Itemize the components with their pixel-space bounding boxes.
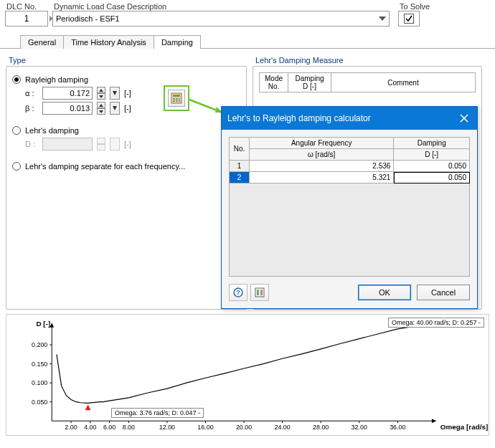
d-spin-up: [97, 138, 105, 144]
beta-input[interactable]: 0.013: [42, 102, 93, 115]
svg-rect-12: [255, 288, 264, 297]
svg-text:0.050: 0.050: [32, 399, 47, 406]
dlc-no-input[interactable]: 1: [5, 11, 48, 27]
dlc-no-label: DLC No.: [5, 2, 48, 11]
col-af: Angular Frequency: [250, 138, 394, 149]
desc-dropdown[interactable]: Periodisch - ESF1: [52, 11, 390, 27]
radio-rayleigh[interactable]: [12, 75, 21, 84]
svg-rect-7: [179, 100, 180, 102]
alpha-label: α :: [25, 89, 38, 97]
svg-text:4.00: 4.00: [84, 424, 96, 431]
beta-spin-down[interactable]: [97, 108, 105, 115]
svg-rect-6: [176, 100, 178, 102]
d-unit: [-]: [124, 140, 131, 148]
beta-label: β :: [25, 104, 38, 113]
lehr-sep-label: Lehr's damping separate for each frequen…: [25, 162, 185, 171]
rayleigh-label: Rayleigh damping: [25, 75, 88, 84]
svg-rect-14: [260, 290, 263, 295]
tab-damping[interactable]: Damping: [154, 35, 201, 49]
table-empty-area: [229, 184, 470, 277]
alpha-unit: [-]: [124, 89, 131, 97]
table-row: 2 5.321 0.050: [230, 172, 470, 184]
type-title: Type: [6, 54, 247, 66]
beta-unit: [-]: [124, 104, 131, 113]
to-solve-label: To Solve: [398, 2, 430, 11]
help-button[interactable]: ?: [229, 284, 248, 301]
svg-text:12.00: 12.00: [159, 424, 175, 431]
chart-annotation-max: Omega: 40.00 rad/s; D: 0.257 -: [388, 318, 484, 328]
d-picker-button: [110, 138, 120, 151]
dialog-title: Lehr's to Rayleigh damping calculator: [227, 113, 371, 123]
beta-picker-button[interactable]: [110, 102, 120, 115]
cancel-button[interactable]: Cancel: [417, 285, 470, 300]
alpha-spin-down[interactable]: [97, 93, 105, 100]
svg-text:24.00: 24.00: [275, 424, 291, 431]
svg-rect-13: [257, 290, 259, 295]
svg-text:6.00: 6.00: [103, 424, 116, 431]
svg-rect-3: [176, 98, 178, 100]
units-icon: [255, 287, 265, 297]
svg-rect-2: [173, 98, 175, 100]
svg-text:0.100: 0.100: [32, 379, 47, 386]
svg-text:20.00: 20.00: [236, 424, 252, 431]
calc-table[interactable]: No. Angular Frequency Damping ω [rad/s] …: [229, 137, 470, 184]
close-icon: [460, 114, 468, 123]
col-no: No.: [230, 138, 250, 161]
lehr-damping-label: Lehr's damping: [25, 126, 79, 135]
chart-annotation-min: Omega: 3.76 rad/s; D: 0.047 -: [111, 408, 204, 418]
alpha-input[interactable]: 0.172: [42, 87, 93, 100]
d-spin-down: [97, 144, 105, 151]
beta-spin-up[interactable]: [97, 102, 105, 108]
svg-text:0.150: 0.150: [32, 361, 47, 368]
svg-text:28.00: 28.00: [313, 424, 329, 431]
svg-text:Omega [rad/s]: Omega [rad/s]: [440, 423, 488, 431]
lehr-title: Lehr's Damping Measure: [253, 54, 482, 66]
tab-tha[interactable]: Time History Analysis: [63, 35, 154, 49]
dialog-close-button[interactable]: [457, 111, 471, 125]
to-solve-checkbox[interactable]: [404, 14, 414, 24]
svg-rect-5: [173, 100, 175, 102]
svg-text:32.00: 32.00: [352, 424, 367, 431]
units-button[interactable]: [250, 284, 269, 301]
svg-text:D [-]: D [-]: [37, 320, 51, 328]
svg-text:8.00: 8.00: [123, 424, 135, 431]
d-input: [42, 138, 93, 151]
tab-general[interactable]: General: [20, 35, 64, 49]
svg-text:2.00: 2.00: [65, 424, 77, 431]
radio-lehr-sep[interactable]: [12, 162, 21, 171]
d-label: D :: [25, 140, 38, 148]
calculator-icon: [171, 92, 182, 104]
table-row: 1 2.536 0.050: [230, 161, 470, 172]
help-icon: ?: [233, 287, 243, 297]
svg-rect-1: [173, 95, 180, 97]
svg-text:?: ?: [236, 289, 240, 296]
rayleigh-calculator-button[interactable]: [168, 90, 185, 107]
rayleigh-calc-dialog: Lehr's to Rayleigh damping calculator No…: [221, 106, 478, 309]
desc-label: Dynamic Load Case Description: [52, 2, 390, 11]
radio-lehr[interactable]: [12, 126, 21, 135]
chevron-down-icon: [379, 16, 386, 21]
ok-button[interactable]: OK: [358, 285, 411, 300]
svg-rect-4: [179, 98, 180, 100]
svg-text:0.200: 0.200: [32, 341, 47, 348]
lehr-table-header: ModeNo. DampingD [-] Comment: [259, 72, 476, 92]
alpha-picker-button[interactable]: [110, 87, 120, 100]
svg-text:16.00: 16.00: [197, 424, 213, 431]
damping-chart: 0.0500.1000.1500.2002.004.006.008.0012.0…: [6, 314, 489, 436]
alpha-spin-up[interactable]: [97, 87, 105, 93]
svg-text:36.00: 36.00: [390, 424, 405, 431]
col-d: Damping: [394, 138, 470, 149]
